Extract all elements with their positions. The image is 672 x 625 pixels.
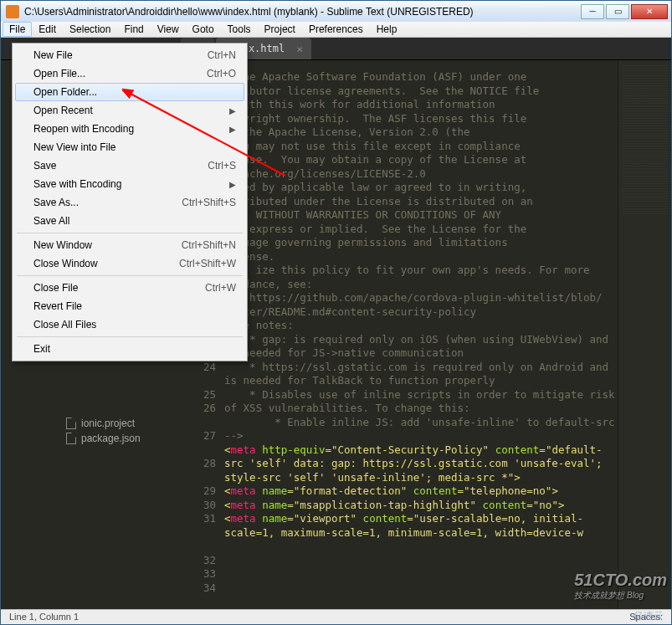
- menu-edit[interactable]: Edit: [32, 22, 63, 37]
- menu-item-open-recent[interactable]: Open Recent▶: [15, 101, 244, 120]
- menu-item-close-window[interactable]: Close WindowCtrl+Shift+W: [15, 254, 244, 273]
- menu-item-close-file[interactable]: Close FileCtrl+W: [15, 279, 244, 297]
- menu-shortcut: Ctrl+O: [207, 68, 236, 79]
- menu-item-close-all-files[interactable]: Close All Files: [15, 315, 244, 334]
- file-label: package.json: [81, 433, 141, 444]
- status-spaces[interactable]: Spaces:: [629, 612, 663, 622]
- menu-shortcut: Ctrl+Shift+N: [182, 239, 236, 251]
- menu-item-label: Exit: [33, 343, 236, 355]
- menu-preferences[interactable]: Preferences: [302, 22, 370, 37]
- menu-item-label: New Window: [33, 239, 182, 251]
- menubar: File Edit Selection Find View Goto Tools…: [1, 22, 671, 38]
- code-content[interactable]: o the Apache Software Foundation (ASF) u…: [224, 70, 618, 609]
- code-editor[interactable]: 24 2526 27 28 293031 323334 o the Apache…: [191, 60, 618, 609]
- minimize-button[interactable]: ─: [581, 4, 604, 19]
- minimap-preview: [622, 65, 668, 216]
- maximize-button[interactable]: ▭: [606, 4, 629, 19]
- status-position[interactable]: Line 1, Column 1: [9, 612, 79, 622]
- menu-item-label: Close File: [33, 282, 205, 294]
- menu-item-open-file[interactable]: Open File...Ctrl+O: [15, 64, 244, 83]
- menu-item-label: Close Window: [33, 258, 179, 269]
- menu-file[interactable]: File: [3, 22, 32, 37]
- submenu-arrow-icon: ▶: [229, 180, 236, 189]
- file-label: ionic.project: [81, 418, 135, 429]
- submenu-arrow-icon: ▶: [229, 106, 236, 115]
- menu-item-label: New File: [33, 49, 208, 61]
- menu-shortcut: Ctrl+N: [208, 49, 236, 61]
- menu-shortcut: Ctrl+Shift+W: [179, 258, 236, 269]
- menu-item-reopen-with-encoding[interactable]: Reopen with Encoding▶: [15, 120, 244, 138]
- menu-item-revert-file[interactable]: Revert File: [15, 297, 244, 315]
- tab-close-icon[interactable]: ×: [296, 43, 303, 55]
- menu-item-label: Revert File: [33, 300, 236, 312]
- close-button[interactable]: ✕: [631, 4, 668, 19]
- menu-item-save[interactable]: SaveCtrl+S: [15, 156, 244, 175]
- menu-item-label: Close All Files: [33, 319, 236, 330]
- menu-item-exit[interactable]: Exit: [15, 340, 244, 358]
- menu-item-label: Save with Encoding: [33, 178, 229, 190]
- menu-selection[interactable]: Selection: [63, 22, 117, 37]
- menu-item-new-file[interactable]: New FileCtrl+N: [15, 46, 244, 64]
- menu-item-new-view-into-file[interactable]: New View into File: [15, 138, 244, 156]
- menu-item-save-with-encoding[interactable]: Save with Encoding▶: [15, 175, 244, 193]
- menu-shortcut: Ctrl+Shift+S: [182, 197, 236, 208]
- menu-item-open-folder[interactable]: Open Folder...: [15, 83, 244, 101]
- file-menu-popup: New FileCtrl+NOpen File...Ctrl+OOpen Fol…: [12, 43, 248, 361]
- menu-help[interactable]: Help: [370, 22, 404, 37]
- menu-item-label: Save All: [33, 215, 236, 227]
- statusbar: Line 1, Column 1 Spaces:: [1, 609, 671, 625]
- menu-goto[interactable]: Goto: [186, 22, 221, 37]
- submenu-arrow-icon: ▶: [229, 125, 236, 134]
- file-icon: [66, 433, 76, 444]
- menu-item-save-as[interactable]: Save As...Ctrl+Shift+S: [15, 193, 244, 212]
- menu-item-label: Reopen with Encoding: [33, 123, 229, 135]
- menu-item-label: New View into File: [33, 141, 236, 153]
- titlebar[interactable]: C:\Users\Administrator\Androiddir\hello\…: [1, 1, 671, 22]
- file-ionic-project[interactable]: ionic.project: [9, 416, 185, 431]
- menu-shortcut: Ctrl+W: [205, 282, 236, 294]
- minimap[interactable]: [618, 60, 671, 609]
- menu-project[interactable]: Project: [258, 22, 302, 37]
- menu-item-new-window[interactable]: New WindowCtrl+Shift+N: [15, 236, 244, 254]
- menu-item-label: Open Folder...: [33, 86, 236, 98]
- menu-item-label: Save As...: [33, 197, 182, 208]
- menu-item-label: Open File...: [33, 68, 207, 79]
- menu-item-label: Open Recent: [33, 105, 229, 116]
- menu-shortcut: Ctrl+S: [208, 160, 236, 172]
- sublime-icon: [6, 5, 19, 18]
- file-package-json[interactable]: package.json: [9, 431, 185, 446]
- menu-tools[interactable]: Tools: [221, 22, 258, 37]
- file-icon: [66, 418, 76, 429]
- window-title: C:\Users\Administrator\Androiddir\hello\…: [24, 6, 579, 18]
- menu-item-label: Save: [33, 160, 208, 172]
- menu-view[interactable]: View: [151, 22, 186, 37]
- menu-item-save-all[interactable]: Save All: [15, 212, 244, 230]
- menu-find[interactable]: Find: [117, 22, 150, 37]
